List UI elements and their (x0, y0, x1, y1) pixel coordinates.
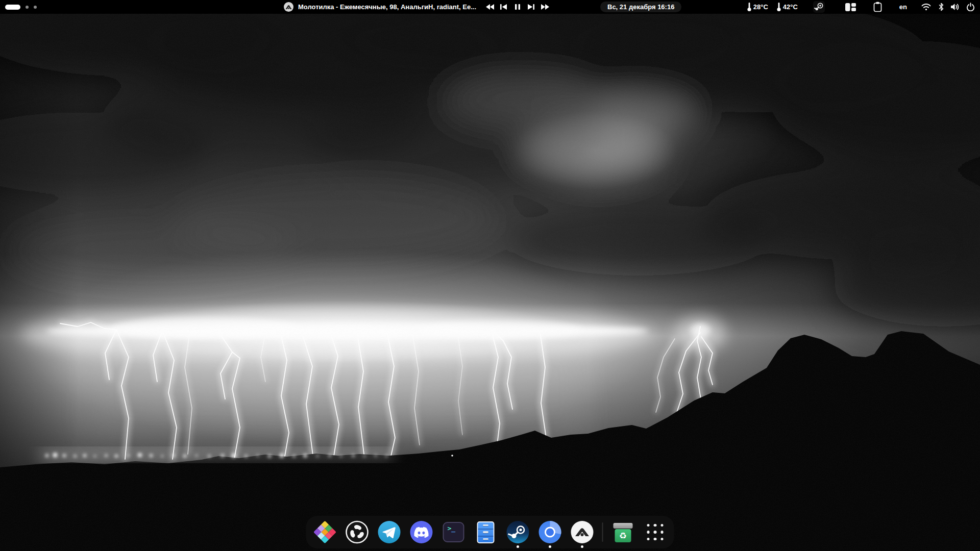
dock-separator (602, 522, 603, 542)
aimp-player-icon (284, 2, 293, 12)
dock-item-obs-studio[interactable] (345, 520, 370, 544)
wallpaper-art (0, 0, 980, 551)
running-indicator (581, 545, 583, 548)
workspace-dot[interactable] (26, 6, 29, 9)
workspace-indicator[interactable] (5, 0, 37, 14)
panel-right: 28°C 42°C (747, 0, 975, 14)
workspace-active-pill[interactable] (5, 5, 20, 10)
previous-button[interactable] (499, 0, 508, 14)
running-indicator (549, 545, 551, 548)
thermometer-icon (776, 2, 781, 12)
cpu-temperature[interactable]: 28°C (747, 2, 768, 12)
dock-item-files[interactable] (474, 520, 498, 544)
dock-item-app-grid[interactable] (643, 520, 668, 544)
next-button[interactable] (526, 0, 536, 14)
wallpaper (0, 0, 980, 551)
clock[interactable]: Вс, 21 декабря 16:16 (600, 2, 681, 12)
keyboard-layout[interactable]: en (899, 3, 907, 11)
trash-icon: ♻ (612, 521, 634, 543)
rewind-button[interactable] (485, 0, 495, 14)
workspace-dot[interactable] (34, 6, 37, 9)
dock-item-chromium[interactable] (538, 520, 562, 544)
recycle-glyph: ♻ (619, 531, 627, 541)
steam-tray-icon[interactable] (813, 1, 825, 13)
wifi-icon[interactable] (921, 3, 931, 11)
discord-icon (409, 520, 434, 544)
telegram-icon (377, 520, 402, 544)
gpu-temp-value: 42°C (783, 3, 798, 11)
cpu-temp-value: 28°C (753, 3, 768, 11)
obs-studio-icon (345, 520, 370, 544)
tiling-windows-icon[interactable] (845, 3, 856, 11)
dock-item-steam[interactable] (506, 520, 530, 544)
dock-item-telegram[interactable] (377, 520, 402, 544)
clipboard-icon[interactable] (873, 2, 882, 12)
media-title[interactable]: Молотилка - Ежемесячные, 98, АнальгиН, r… (298, 3, 476, 11)
media-widget[interactable]: Молотилка - Ежемесячные, 98, АнальгиН, r… (284, 0, 550, 14)
terminal-icon: >_ (443, 522, 464, 542)
aimp-icon (570, 520, 595, 544)
app-grid-icon (647, 524, 664, 541)
fast-forward-button[interactable] (540, 0, 550, 14)
top-panel: Молотилка - Ежемесячные, 98, АнальгиН, r… (0, 0, 980, 14)
dock-item-terminal[interactable]: >_ (442, 520, 466, 544)
dock-item-trash[interactable]: ♻ (611, 520, 635, 544)
bauh-icon (313, 520, 336, 543)
dock-item-bauh[interactable] (313, 520, 337, 544)
dock-item-aimp[interactable] (570, 520, 595, 544)
dock: >_ (306, 516, 674, 548)
bluetooth-icon[interactable] (938, 3, 944, 11)
files-icon (477, 521, 495, 543)
media-controls (485, 0, 550, 14)
desktop: Молотилка - Ежемесячные, 98, АнальгиН, r… (0, 0, 980, 551)
running-indicator (517, 545, 519, 548)
power-icon[interactable] (966, 3, 975, 11)
gpu-temperature[interactable]: 42°C (776, 2, 798, 12)
chromium-icon (538, 520, 562, 544)
volume-icon[interactable] (950, 3, 960, 11)
dock-item-discord[interactable] (409, 520, 434, 544)
thermometer-icon (747, 2, 752, 12)
steam-icon (506, 520, 530, 544)
pause-button[interactable] (512, 0, 522, 14)
